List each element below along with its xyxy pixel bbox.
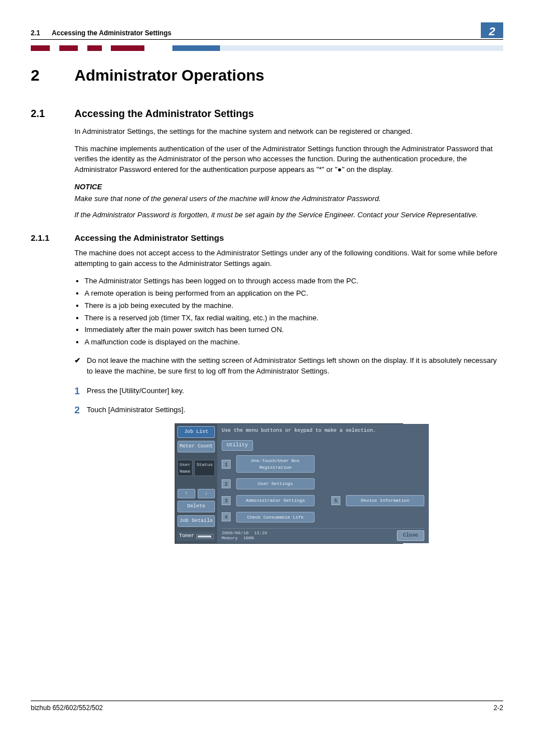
- menu-number: 4: [222, 512, 231, 521]
- close-button[interactable]: Close: [397, 530, 424, 541]
- scroll-up-button[interactable]: ↑: [177, 489, 195, 498]
- toner-bar: [196, 534, 213, 539]
- body-paragraph: The machine does not accept access to th…: [74, 248, 503, 269]
- notice-text: Make sure that none of the general users…: [74, 194, 503, 204]
- step-1: 1 Press the [Utility/Counter] key.: [74, 385, 503, 399]
- notice-heading: NOTICE: [74, 182, 503, 193]
- meter-count-tab[interactable]: Meter Count: [177, 441, 215, 452]
- footer-page-number: 2-2: [494, 703, 503, 713]
- panel-prompt: Use the menu buttons or keypad to make a…: [222, 427, 424, 435]
- panel-left-column: Job List Meter Count User Name Status ↑ …: [175, 424, 217, 543]
- caution-note: ✔ Do not leave the machine with the sett…: [74, 356, 503, 377]
- step-text: Touch [Administrator Settings].: [87, 404, 503, 418]
- chapter-badge: 2: [481, 22, 503, 38]
- menu-number: 5: [331, 496, 340, 505]
- toner-indicator: Toner: [177, 531, 215, 541]
- body-paragraph: In Administrator Settings, the settings …: [74, 127, 503, 137]
- menu-number: 1: [222, 460, 231, 469]
- subsection-title: Accessing the Administrator Settings: [74, 233, 224, 242]
- list-item: A malfunction code is displayed on the m…: [85, 337, 503, 348]
- list-item: Immediately after the main power switch …: [85, 325, 503, 335]
- chapter-heading: 2Administrator Operations: [31, 64, 503, 87]
- panel-main-area: Use the menu buttons or keypad to make a…: [217, 424, 429, 543]
- body-paragraph: This machine implements authentication o…: [74, 144, 503, 176]
- menu-device-information[interactable]: Device Information: [346, 495, 424, 506]
- chapter-title: Administrator Operations: [74, 67, 264, 84]
- list-item: The Administrator Settings has been logg…: [85, 276, 503, 287]
- page-footer: bizhub 652/602/552/502 2-2: [31, 701, 503, 713]
- menu-number: 3: [222, 496, 231, 505]
- section-number: 2.1: [31, 106, 74, 121]
- section-heading: 2.1Accessing the Administrator Settings: [31, 106, 503, 121]
- check-icon: ✔: [74, 356, 87, 377]
- panel-datetime: 2009/09/10 13:28 Memory 100%: [222, 531, 268, 541]
- job-details-button[interactable]: Job Details: [177, 515, 215, 527]
- menu-administrator-settings[interactable]: Administrator Settings: [236, 495, 315, 506]
- step-number: 2: [74, 404, 87, 418]
- list-item: There is a reserved job (timer TX, fax r…: [85, 313, 503, 324]
- section-title: Accessing the Administrator Settings: [74, 108, 254, 119]
- job-list-header: User Name Status: [177, 460, 215, 476]
- scroll-down-button[interactable]: ↓: [198, 489, 216, 498]
- list-item: A remote operation is being performed fr…: [85, 288, 503, 299]
- step-text: Press the [Utility/Counter] key.: [87, 385, 503, 399]
- breadcrumb-utility: Utility: [222, 440, 253, 451]
- menu-check-consumable-life[interactable]: Check Consumable Life: [236, 512, 315, 523]
- step-2: 2 Touch [Administrator Settings].: [74, 404, 503, 418]
- runhead-section-number: 2.1: [31, 29, 40, 37]
- caution-text: Do not leave the machine with the settin…: [87, 356, 503, 377]
- user-header: User Name: [177, 460, 193, 476]
- subsection-number: 2.1.1: [31, 232, 74, 244]
- job-list-tab[interactable]: Job List: [177, 426, 215, 438]
- printer-panel-screenshot: Job List Meter Count User Name Status ↑ …: [175, 423, 403, 544]
- status-header: Status: [194, 460, 215, 476]
- menu-user-settings[interactable]: User Settings: [236, 478, 315, 489]
- notice-text: If the Administrator Password is forgott…: [74, 210, 503, 221]
- runhead-section-title: Accessing the Administrator Settings: [52, 29, 172, 37]
- running-header: 2.1 Accessing the Administrator Settings…: [31, 22, 503, 40]
- footer-model: bizhub 652/602/552/502: [31, 703, 103, 713]
- decorative-bar: [31, 45, 503, 51]
- subsection-heading: 2.1.1Accessing the Administrator Setting…: [31, 232, 503, 244]
- step-number: 1: [74, 385, 87, 399]
- delete-button[interactable]: Delete: [177, 501, 215, 512]
- toner-label: Toner: [179, 533, 194, 540]
- list-item: There is a job being executed by the mac…: [85, 301, 503, 311]
- menu-number: 2: [222, 479, 231, 488]
- condition-list: The Administrator Settings has been logg…: [85, 276, 503, 348]
- chapter-number: 2: [31, 64, 74, 87]
- menu-one-touch-registration[interactable]: One-Touch/User Box Registration: [236, 455, 315, 473]
